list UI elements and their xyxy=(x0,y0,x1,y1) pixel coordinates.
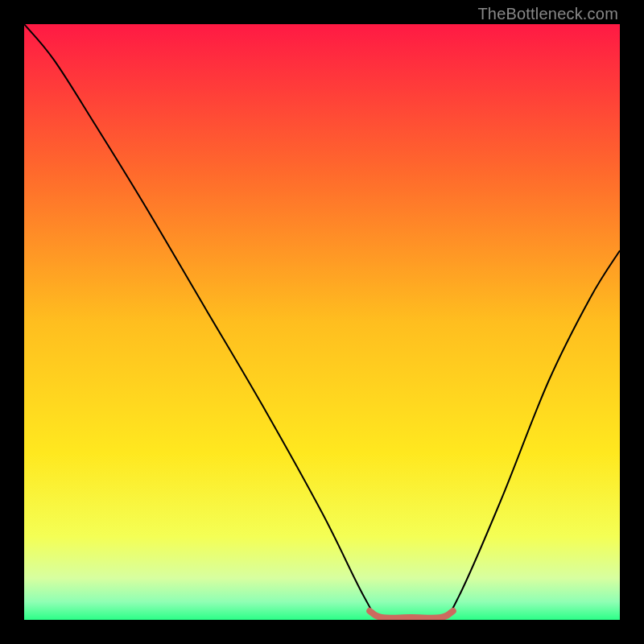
chart-frame xyxy=(24,24,620,620)
watermark-label: TheBottleneck.com xyxy=(477,5,618,23)
gradient-background xyxy=(24,24,620,620)
chart-canvas xyxy=(24,24,620,620)
